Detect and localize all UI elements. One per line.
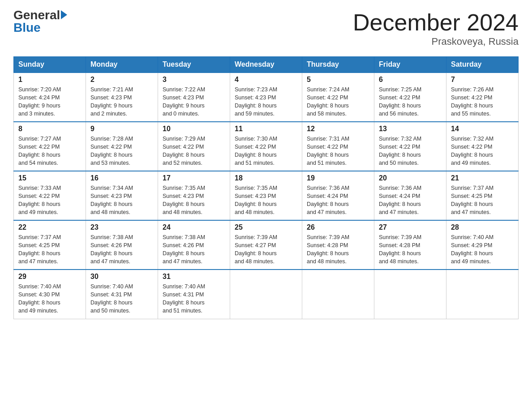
day-info: Sunrise: 7:26 AM Sunset: 4:22 PM Dayligh… xyxy=(451,86,514,118)
day-number: 25 xyxy=(235,223,297,231)
logo: General Blue xyxy=(13,9,67,34)
day-info: Sunrise: 7:21 AM Sunset: 4:23 PM Dayligh… xyxy=(90,86,153,118)
day-info: Sunrise: 7:35 AM Sunset: 4:23 PM Dayligh… xyxy=(163,184,225,217)
day-number: 9 xyxy=(90,125,153,133)
calendar-cell: 14 Sunrise: 7:32 AM Sunset: 4:22 PM Dayl… xyxy=(446,122,519,171)
logo-blue-part xyxy=(60,10,67,20)
calendar-cell: 1 Sunrise: 7:20 AM Sunset: 4:24 PM Dayli… xyxy=(14,73,86,122)
day-info: Sunrise: 7:32 AM Sunset: 4:22 PM Dayligh… xyxy=(451,135,514,167)
day-number: 8 xyxy=(18,125,81,133)
day-number: 7 xyxy=(451,76,514,84)
calendar-cell: 27 Sunrise: 7:39 AM Sunset: 4:28 PM Dayl… xyxy=(374,220,446,270)
day-header-saturday: Saturday xyxy=(446,57,519,73)
calendar-cell: 7 Sunrise: 7:26 AM Sunset: 4:22 PM Dayli… xyxy=(446,73,519,122)
day-number: 11 xyxy=(235,125,297,133)
day-number: 23 xyxy=(90,223,153,231)
day-info: Sunrise: 7:37 AM Sunset: 4:25 PM Dayligh… xyxy=(18,233,81,266)
day-number: 31 xyxy=(163,273,225,281)
day-header-wednesday: Wednesday xyxy=(230,57,302,73)
calendar-cell: 10 Sunrise: 7:29 AM Sunset: 4:22 PM Dayl… xyxy=(158,122,230,171)
calendar-cell: 18 Sunrise: 7:35 AM Sunset: 4:23 PM Dayl… xyxy=(230,171,302,220)
day-number: 18 xyxy=(235,174,297,182)
day-info: Sunrise: 7:23 AM Sunset: 4:23 PM Dayligh… xyxy=(235,86,297,118)
day-number: 5 xyxy=(307,76,369,84)
week-row-1: 1 Sunrise: 7:20 AM Sunset: 4:24 PM Dayli… xyxy=(14,73,519,122)
page-header: General Blue December 2024 Praskoveya, R… xyxy=(13,9,519,47)
day-number: 28 xyxy=(451,223,514,231)
week-row-2: 8 Sunrise: 7:27 AM Sunset: 4:22 PM Dayli… xyxy=(14,122,519,171)
day-info: Sunrise: 7:39 AM Sunset: 4:27 PM Dayligh… xyxy=(235,233,297,266)
day-info: Sunrise: 7:36 AM Sunset: 4:24 PM Dayligh… xyxy=(307,184,369,217)
day-info: Sunrise: 7:39 AM Sunset: 4:28 PM Dayligh… xyxy=(307,233,369,266)
day-number: 21 xyxy=(451,174,514,182)
logo-general-text: General xyxy=(13,9,60,21)
day-number: 14 xyxy=(451,125,514,133)
calendar-cell: 13 Sunrise: 7:32 AM Sunset: 4:22 PM Dayl… xyxy=(374,122,446,171)
day-number: 13 xyxy=(379,125,442,133)
calendar-cell: 5 Sunrise: 7:24 AM Sunset: 4:22 PM Dayli… xyxy=(302,73,374,122)
day-number: 15 xyxy=(18,174,81,182)
calendar-cell: 12 Sunrise: 7:31 AM Sunset: 4:22 PM Dayl… xyxy=(302,122,374,171)
calendar-cell xyxy=(230,270,302,319)
day-number: 20 xyxy=(379,174,442,182)
day-number: 3 xyxy=(163,76,225,84)
calendar-cell: 24 Sunrise: 7:38 AM Sunset: 4:26 PM Dayl… xyxy=(158,220,230,270)
day-info: Sunrise: 7:24 AM Sunset: 4:22 PM Dayligh… xyxy=(307,86,369,118)
day-info: Sunrise: 7:28 AM Sunset: 4:22 PM Dayligh… xyxy=(90,135,153,167)
header-row: SundayMondayTuesdayWednesdayThursdayFrid… xyxy=(14,57,519,73)
day-number: 6 xyxy=(379,76,442,84)
day-number: 17 xyxy=(163,174,225,182)
day-header-friday: Friday xyxy=(374,57,446,73)
day-info: Sunrise: 7:40 AM Sunset: 4:30 PM Dayligh… xyxy=(18,283,81,315)
calendar-cell: 30 Sunrise: 7:40 AM Sunset: 4:31 PM Dayl… xyxy=(86,270,158,319)
day-info: Sunrise: 7:27 AM Sunset: 4:22 PM Dayligh… xyxy=(18,135,81,167)
day-info: Sunrise: 7:22 AM Sunset: 4:23 PM Dayligh… xyxy=(163,86,225,118)
day-number: 19 xyxy=(307,174,369,182)
month-title: December 2024 xyxy=(353,9,519,36)
week-row-4: 22 Sunrise: 7:37 AM Sunset: 4:25 PM Dayl… xyxy=(14,220,519,270)
day-info: Sunrise: 7:29 AM Sunset: 4:22 PM Dayligh… xyxy=(163,135,225,167)
day-header-tuesday: Tuesday xyxy=(158,57,230,73)
calendar-cell: 21 Sunrise: 7:37 AM Sunset: 4:25 PM Dayl… xyxy=(446,171,519,220)
calendar-cell: 23 Sunrise: 7:38 AM Sunset: 4:26 PM Dayl… xyxy=(86,220,158,270)
logo-arrow-icon xyxy=(61,10,67,19)
calendar-cell: 19 Sunrise: 7:36 AM Sunset: 4:24 PM Dayl… xyxy=(302,171,374,220)
calendar-cell: 9 Sunrise: 7:28 AM Sunset: 4:22 PM Dayli… xyxy=(86,122,158,171)
calendar-cell: 2 Sunrise: 7:21 AM Sunset: 4:23 PM Dayli… xyxy=(86,73,158,122)
day-number: 4 xyxy=(235,76,297,84)
day-number: 16 xyxy=(90,174,153,182)
week-row-5: 29 Sunrise: 7:40 AM Sunset: 4:30 PM Dayl… xyxy=(14,270,519,319)
calendar-cell: 17 Sunrise: 7:35 AM Sunset: 4:23 PM Dayl… xyxy=(158,171,230,220)
day-info: Sunrise: 7:38 AM Sunset: 4:26 PM Dayligh… xyxy=(163,233,225,266)
day-info: Sunrise: 7:25 AM Sunset: 4:22 PM Dayligh… xyxy=(379,86,442,118)
day-info: Sunrise: 7:33 AM Sunset: 4:22 PM Dayligh… xyxy=(18,184,81,217)
day-info: Sunrise: 7:35 AM Sunset: 4:23 PM Dayligh… xyxy=(235,184,297,217)
day-info: Sunrise: 7:38 AM Sunset: 4:26 PM Dayligh… xyxy=(90,233,153,266)
calendar-cell: 28 Sunrise: 7:40 AM Sunset: 4:29 PM Dayl… xyxy=(446,220,519,270)
day-info: Sunrise: 7:37 AM Sunset: 4:25 PM Dayligh… xyxy=(451,184,514,217)
day-info: Sunrise: 7:32 AM Sunset: 4:22 PM Dayligh… xyxy=(379,135,442,167)
calendar-cell: 22 Sunrise: 7:37 AM Sunset: 4:25 PM Dayl… xyxy=(14,220,86,270)
day-info: Sunrise: 7:39 AM Sunset: 4:28 PM Dayligh… xyxy=(379,233,442,266)
day-info: Sunrise: 7:20 AM Sunset: 4:24 PM Dayligh… xyxy=(18,86,81,118)
logo-blue-text: Blue xyxy=(13,21,67,34)
calendar-cell: 6 Sunrise: 7:25 AM Sunset: 4:22 PM Dayli… xyxy=(374,73,446,122)
calendar-cell: 3 Sunrise: 7:22 AM Sunset: 4:23 PM Dayli… xyxy=(158,73,230,122)
day-info: Sunrise: 7:40 AM Sunset: 4:29 PM Dayligh… xyxy=(451,233,514,266)
title-area: December 2024 Praskoveya, Russia xyxy=(353,9,519,47)
calendar-cell: 16 Sunrise: 7:34 AM Sunset: 4:23 PM Dayl… xyxy=(86,171,158,220)
week-row-3: 15 Sunrise: 7:33 AM Sunset: 4:22 PM Dayl… xyxy=(14,171,519,220)
day-info: Sunrise: 7:36 AM Sunset: 4:24 PM Dayligh… xyxy=(379,184,442,217)
day-number: 1 xyxy=(18,76,81,84)
day-number: 2 xyxy=(90,76,153,84)
day-number: 26 xyxy=(307,223,369,231)
day-header-monday: Monday xyxy=(86,57,158,73)
calendar-cell xyxy=(446,270,519,319)
day-number: 27 xyxy=(379,223,442,231)
calendar-cell: 20 Sunrise: 7:36 AM Sunset: 4:24 PM Dayl… xyxy=(374,171,446,220)
calendar-cell: 15 Sunrise: 7:33 AM Sunset: 4:22 PM Dayl… xyxy=(14,171,86,220)
calendar-cell xyxy=(374,270,446,319)
calendar-cell: 26 Sunrise: 7:39 AM Sunset: 4:28 PM Dayl… xyxy=(302,220,374,270)
location: Praskoveya, Russia xyxy=(353,36,519,47)
day-number: 22 xyxy=(18,223,81,231)
